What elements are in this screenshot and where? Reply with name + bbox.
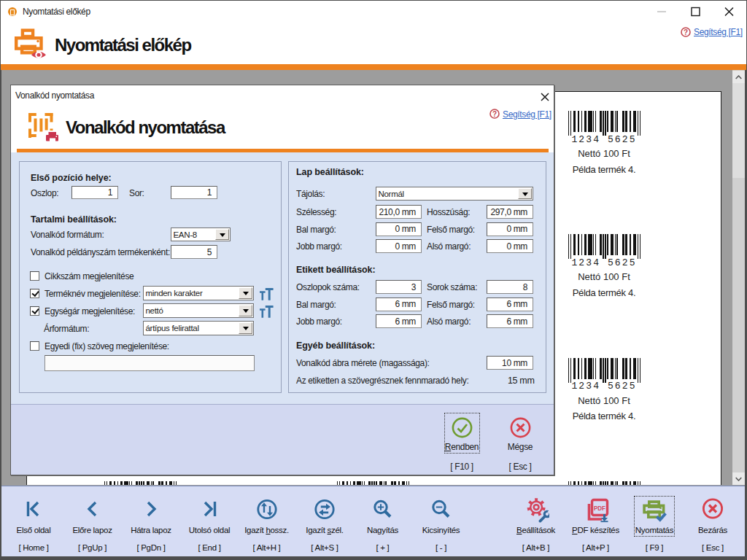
svg-text:?: ? <box>684 28 688 36</box>
svg-text:PDF: PDF <box>594 505 605 512</box>
svg-text:?: ? <box>492 110 497 118</box>
